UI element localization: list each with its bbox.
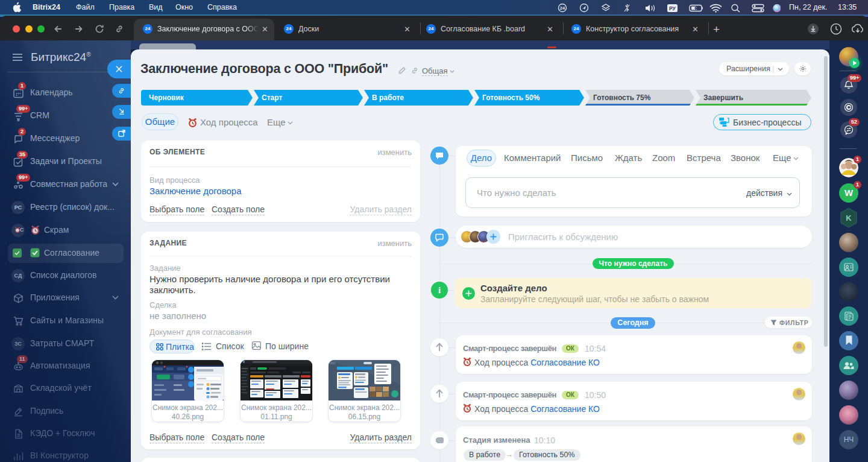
svg-text:24: 24 — [560, 5, 565, 11]
svg-text:РУ: РУ — [669, 5, 676, 11]
svg-text:K: K — [846, 214, 852, 223]
